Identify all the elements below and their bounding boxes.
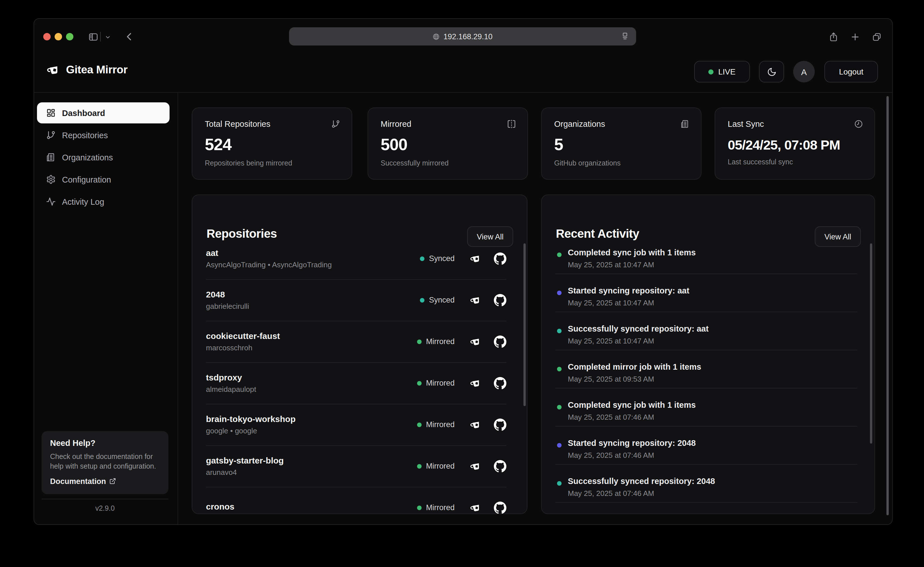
activity-dot <box>557 443 562 448</box>
flip-horizontal-icon <box>507 119 516 129</box>
logout-label: Logout <box>839 67 863 76</box>
activity-text: Completed sync job with 1 items <box>568 248 696 257</box>
repo-name[interactable]: tsdproxy <box>206 372 417 382</box>
activity-text: Completed mirror job with 1 items <box>568 362 701 371</box>
sidebar-item-activity-log[interactable]: Activity Log <box>37 191 170 212</box>
gitea-link-icon[interactable] <box>470 252 482 264</box>
github-link-icon[interactable] <box>494 460 506 472</box>
stat-title: Last Sync <box>728 119 862 129</box>
status-dot <box>420 298 424 302</box>
github-link-icon[interactable] <box>494 335 506 348</box>
activity-scrollbar[interactable] <box>870 243 872 444</box>
new-tab-icon[interactable] <box>850 32 860 42</box>
github-link-icon[interactable] <box>494 294 506 306</box>
sidebar-item-configuration[interactable]: Configuration <box>37 169 170 190</box>
status-dot <box>417 422 421 427</box>
github-link-icon[interactable] <box>494 377 506 389</box>
gitea-link-icon[interactable] <box>470 336 482 348</box>
gitea-link-icon[interactable] <box>470 460 482 472</box>
repo-row: cronos Mirrored <box>206 487 506 514</box>
moon-icon <box>767 67 776 76</box>
stat-card-total-repositories: Total Repositories 524 Repositories bein… <box>192 108 352 180</box>
repo-owner: google • google <box>206 426 417 435</box>
github-link-icon[interactable] <box>494 418 506 431</box>
avatar[interactable]: A <box>793 61 815 82</box>
repositories-scrollbar[interactable] <box>523 243 526 406</box>
header-divider <box>34 92 892 93</box>
repo-row: gatsby-starter-blogarunavo4 Mirrored <box>206 445 506 488</box>
repo-row: cookiecutter-faustmarcosschroh Mirrored <box>206 321 506 363</box>
sidebar-item-dashboard[interactable]: Dashboard <box>37 102 170 123</box>
gitea-link-icon[interactable] <box>470 294 482 306</box>
status-dot <box>417 464 421 468</box>
repo-status: Mirrored <box>417 503 455 512</box>
stat-card-mirrored: Mirrored 500 Successfully mirrored <box>368 108 528 180</box>
repo-name[interactable]: gatsby-starter-blog <box>206 456 417 465</box>
repo-owner: gabrielecirulli <box>206 302 420 310</box>
live-label: LIVE <box>718 67 736 76</box>
repo-owner: AsyncAlgoTrading • AsyncAlgoTrading <box>206 261 420 269</box>
activity-time: May 25, 2025 at 07:46 AM <box>568 489 654 498</box>
github-link-icon[interactable] <box>494 252 506 265</box>
repositories-panel: Repositories View All aatAsyncAlgoTradin… <box>192 195 527 514</box>
activity-item: Started syncing repository: aat May 25, … <box>555 273 858 312</box>
gitea-link-icon[interactable] <box>470 418 482 430</box>
activity-dot <box>557 405 562 410</box>
repo-name[interactable]: cronos <box>206 501 417 511</box>
desktop: 192.168.29.10 Gitea Mirror LIVE A Logout <box>0 0 924 567</box>
theme-toggle-button[interactable] <box>759 61 784 82</box>
activity-time: May 25, 2025 at 10:47 AM <box>568 298 654 307</box>
display-format-icon[interactable] <box>620 31 630 41</box>
repo-row: 2048gabrielecirulli Synced <box>206 279 506 321</box>
activity-item: Completed sync job with 1 items May 25, … <box>555 236 858 274</box>
git-branch-icon <box>331 119 340 129</box>
status-label: Mirrored <box>426 379 455 387</box>
gitea-link-icon[interactable] <box>470 377 482 389</box>
live-status-button[interactable]: LIVE <box>694 61 750 82</box>
sidebar-item-repositories[interactable]: Repositories <box>37 124 170 146</box>
documentation-link[interactable]: Documentation <box>50 477 160 486</box>
repo-row: aatAsyncAlgoTrading • AsyncAlgoTrading S… <box>206 238 506 280</box>
version-label: v2.9.0 <box>42 504 168 512</box>
share-icon[interactable] <box>828 32 839 42</box>
status-label: Mirrored <box>426 337 455 346</box>
sidebar-item-organizations[interactable]: Organizations <box>37 147 170 168</box>
gitea-link-icon[interactable] <box>470 502 482 513</box>
repo-name[interactable]: 2048 <box>206 290 420 299</box>
repo-row: brain-tokyo-workshopgoogle • google Mirr… <box>206 404 506 446</box>
repo-name[interactable]: aat <box>206 248 420 258</box>
globe-icon <box>433 33 440 40</box>
activity-text: Completed sync job with 1 items <box>568 400 696 410</box>
chevron-down-icon[interactable] <box>105 34 111 40</box>
logout-button[interactable]: Logout <box>825 61 878 82</box>
browser-titlebar: 192.168.29.10 <box>34 19 892 55</box>
activity-item: Completed sync job with 1 items May 25, … <box>555 388 858 426</box>
back-icon[interactable] <box>124 31 135 42</box>
sidebar-divider <box>177 93 178 524</box>
stat-title: Organizations <box>554 119 688 129</box>
repo-name[interactable]: cookiecutter-faust <box>206 331 417 340</box>
github-link-icon[interactable] <box>494 501 506 514</box>
repo-status: Mirrored <box>417 379 455 387</box>
status-label: Mirrored <box>426 503 455 512</box>
status-label: Synced <box>429 296 455 304</box>
documentation-link-label: Documentation <box>50 477 106 486</box>
live-dot <box>709 69 714 74</box>
app-logo: Gitea Mirror <box>47 63 128 77</box>
tab-overview-icon[interactable] <box>871 32 882 42</box>
activity-dot <box>557 291 562 295</box>
page-scrollbar[interactable] <box>886 96 889 515</box>
activity-time: May 25, 2025 at 07:46 AM <box>568 413 654 422</box>
activity-text: Started syncing repository: 2048 <box>568 438 696 448</box>
sidebar-toggle-icon[interactable] <box>88 32 98 42</box>
url-bar[interactable]: 192.168.29.10 <box>289 27 636 45</box>
repo-name[interactable]: brain-tokyo-workshop <box>206 414 417 424</box>
help-body: Check out the documentation for help wit… <box>50 452 160 471</box>
status-dot <box>417 339 421 344</box>
zoom-window-button[interactable] <box>66 33 74 40</box>
minimize-window-button[interactable] <box>55 33 62 40</box>
stat-subtitle: Last successful sync <box>728 158 862 166</box>
close-window-button[interactable] <box>43 33 51 40</box>
activity-text: Successfully synced repository: aat <box>568 324 709 333</box>
stat-value: 524 <box>205 135 339 154</box>
